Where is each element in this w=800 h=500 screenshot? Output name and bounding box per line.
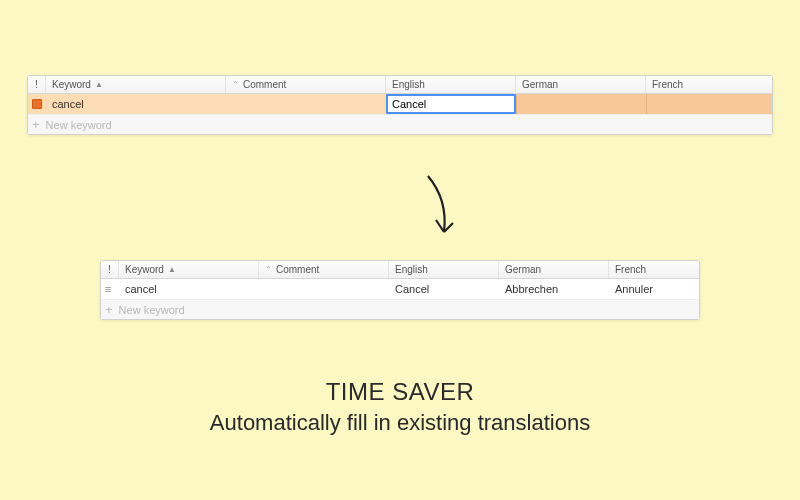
cell-editor[interactable] — [386, 94, 516, 114]
col-label: French — [652, 79, 683, 90]
col-label: French — [615, 264, 646, 275]
col-label: Comment — [243, 79, 286, 90]
col-label: English — [395, 264, 428, 275]
comment-cell[interactable] — [259, 279, 389, 299]
status-col-header[interactable]: ! — [101, 261, 119, 278]
row-grip-icon[interactable]: ≡ — [101, 279, 119, 299]
translation-table-after: ! Keyword ▲ ⌃ Comment English German Fre… — [100, 260, 700, 320]
col-label: English — [392, 79, 425, 90]
col-label: Keyword — [52, 79, 91, 90]
col-label: Keyword — [125, 264, 164, 275]
english-col-header[interactable]: English — [386, 76, 516, 93]
english-input[interactable] — [392, 98, 510, 110]
add-keyword-row[interactable]: + New keyword — [101, 299, 699, 319]
translation-table-before: ! Keyword ▲ ⌃ Comment English German Fre… — [27, 75, 773, 135]
add-keyword-label: New keyword — [46, 119, 112, 131]
add-keyword-label: New keyword — [119, 304, 185, 316]
table-row[interactable]: ≡ cancel Cancel Abbrechen Annuler — [101, 279, 699, 299]
keyword-col-header[interactable]: Keyword ▲ — [119, 261, 259, 278]
german-cell-empty[interactable] — [516, 94, 646, 114]
table-header-row: ! Keyword ▲ ⌃ Comment English German Fre… — [101, 261, 699, 279]
english-cell[interactable]: Cancel — [389, 279, 499, 299]
comment-cell[interactable] — [226, 94, 386, 114]
hamburger-icon: ≡ — [105, 284, 115, 294]
keyword-cell[interactable]: cancel — [119, 279, 259, 299]
status-col-header[interactable]: ! — [28, 76, 46, 93]
add-keyword-row[interactable]: + New keyword — [28, 114, 772, 134]
sort-asc-icon: ▲ — [168, 265, 176, 274]
english-col-header[interactable]: English — [389, 261, 499, 278]
plus-icon: + — [105, 302, 113, 317]
english-cell[interactable] — [386, 94, 516, 114]
keyword-col-header[interactable]: Keyword ▲ — [46, 76, 226, 93]
caption-title: TIME SAVER — [0, 378, 800, 406]
french-cell-empty[interactable] — [646, 94, 772, 114]
german-cell[interactable]: Abbrechen — [499, 279, 609, 299]
table-header-row: ! Keyword ▲ ⌃ Comment English German Fre… — [28, 76, 772, 94]
col-label: German — [522, 79, 558, 90]
table-row[interactable]: cancel — [28, 94, 772, 114]
arrow-down-icon — [410, 170, 470, 250]
status-badge-icon — [32, 99, 42, 109]
french-cell[interactable]: Annuler — [609, 279, 699, 299]
caption-subtitle: Automatically fill in existing translati… — [0, 410, 800, 436]
comment-col-header[interactable]: ⌃ Comment — [259, 261, 389, 278]
chevron-icon: ⌃ — [232, 80, 239, 89]
keyword-cell[interactable]: cancel — [46, 94, 226, 114]
chevron-icon: ⌃ — [265, 265, 272, 274]
row-status-icon — [28, 94, 46, 114]
french-col-header[interactable]: French — [646, 76, 772, 93]
plus-icon: + — [32, 117, 40, 132]
caption: TIME SAVER Automatically fill in existin… — [0, 378, 800, 436]
col-label: German — [505, 264, 541, 275]
comment-col-header[interactable]: ⌃ Comment — [226, 76, 386, 93]
german-col-header[interactable]: German — [499, 261, 609, 278]
sort-asc-icon: ▲ — [95, 80, 103, 89]
french-col-header[interactable]: French — [609, 261, 699, 278]
german-col-header[interactable]: German — [516, 76, 646, 93]
col-label: Comment — [276, 264, 319, 275]
